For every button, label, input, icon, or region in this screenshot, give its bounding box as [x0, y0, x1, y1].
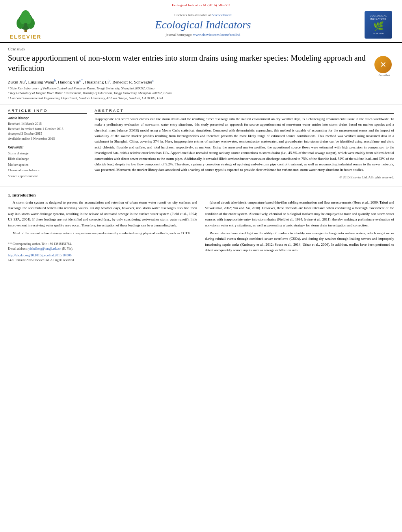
keyword-1: Storm drainage: [8, 150, 87, 156]
elsevier-wordmark: ELSEVIER: [10, 34, 41, 40]
keyword-5: Source apportionment: [8, 173, 87, 179]
body-left-text: A storm drain system is designed to prev…: [8, 200, 197, 236]
footnote-email-link[interactable]: yinhailong@tongji.edu.cn: [28, 247, 61, 250]
article-info-header: ARTICLE INFO: [8, 108, 87, 114]
accepted-date: Accepted 3 October 2015: [8, 131, 87, 136]
crossmark-label: CrossMark: [374, 74, 394, 76]
eco-badge-bottom-text: ELSEVIER: [373, 32, 384, 35]
copyright-line: © 2015 Elsevier Ltd. All rights reserved…: [95, 175, 394, 179]
doi-line: http://dx.doi.org/10.1016/j.ecolind.2015…: [8, 253, 197, 258]
author-4: Huaizheng Lib: [85, 80, 110, 84]
contents-list-label: Contents lists available at ScienceDirec…: [43, 13, 363, 17]
authors-line: Zuxin Xua, Lingling Wangb, Hailong Yina,…: [8, 79, 394, 84]
body-left-column: A storm drain system is designed to prev…: [8, 200, 197, 263]
body-right-column: (closed circuit television), temperature…: [205, 200, 394, 263]
article-info-column: ARTICLE INFO Article history: Received 1…: [8, 108, 87, 183]
article-title-row: Source apportionment of non-storm water …: [8, 53, 394, 76]
body-area: 1. Introduction A storm drain system is …: [0, 187, 402, 267]
affiliation-b: b Key Laboratory of Yangtze River Water …: [8, 91, 394, 96]
keyword-3: Marker species: [8, 162, 87, 167]
author-2: Lingling Wangb: [28, 80, 56, 84]
intro-para-4: Recent studies have shed light on the ut…: [205, 230, 394, 253]
keywords-label: Keywords:: [8, 145, 87, 149]
journal-header-main: ELSEVIER Contents lists available at Sci…: [8, 9, 394, 42]
revised-date: Received in revised form 1 October 2015: [8, 126, 87, 132]
journal-title-text: Ecological Indicators: [43, 19, 363, 31]
eco-indicator-badge: ECOLOGICALINDICATORS 🌿 ELSEVIER: [365, 11, 392, 39]
article-top: Case study Source apportionment of non-s…: [0, 43, 402, 104]
affiliation-a: a State Key Laboratory of Pollution Cont…: [8, 86, 394, 91]
body-two-col: A storm drain system is designed to prev…: [8, 200, 394, 263]
article-title: Source apportionment of non-storm water …: [8, 53, 374, 73]
body-right-text: (closed circuit television), temperature…: [205, 200, 394, 253]
page-wrapper: Ecological Indicators 61 (2016) 546–557 …: [0, 0, 402, 267]
intro-para-3: (closed circuit television), temperature…: [205, 200, 394, 228]
affiliation-c: c Civil and Environmental Engineering De…: [8, 96, 394, 101]
elsevier-logo: ELSEVIER: [8, 9, 43, 40]
footnote-email: E-mail address: yinhailong@tongji.edu.cn…: [8, 247, 197, 251]
crossmark-icon: ✕: [374, 56, 392, 73]
section-1-heading: 1. Introduction: [8, 193, 394, 197]
journal-title-center: Contents lists available at ScienceDirec…: [43, 13, 363, 37]
abstract-text: Inappropriate non-storm water entries in…: [95, 116, 394, 173]
footnote-corresponding: * * Corresponding author. Tel.: +86 1381…: [8, 242, 197, 247]
article-info-abstract-section: ARTICLE INFO Article history: Received 1…: [0, 104, 402, 187]
article-history-label: Article history:: [8, 116, 87, 120]
svg-point-6: [25, 15, 32, 24]
received-date: Received 14 March 2015: [8, 121, 87, 126]
journal-logo-right: ECOLOGICALINDICATORS 🌿 ELSEVIER: [363, 11, 394, 39]
journal-homepage: journal homepage: www.elsevier.com/locat…: [43, 33, 363, 37]
eco-badge-icon: 🌿: [373, 21, 384, 32]
online-date: Available online 6 November 2015: [8, 136, 87, 141]
abstract-column: ABSTRACT Inappropriate non-storm water e…: [95, 108, 394, 183]
journal-header: Ecological Indicators 61 (2016) 546–557 …: [0, 0, 402, 43]
author-5: Benedict R. Schweglerc: [112, 80, 154, 84]
keyword-2: Illicit discharge: [8, 156, 87, 161]
footnote-star-icon: *: [8, 242, 9, 246]
abstract-header: ABSTRACT: [95, 108, 394, 114]
keywords-section: Keywords: Storm drainage Illicit dischar…: [8, 145, 87, 179]
intro-para-2: Most of the current urban drainage netwo…: [8, 230, 197, 236]
article-history-section: Article history: Received 14 March 2015 …: [8, 116, 87, 141]
keywords-list: Storm drainage Illicit discharge Marker …: [8, 150, 87, 179]
elsevier-tree-icon: [12, 9, 39, 33]
sciencedirect-link[interactable]: ScienceDirect: [212, 13, 231, 17]
journal-ref: Ecological Indicators 61 (2016) 546–557: [8, 3, 394, 7]
author-3: Hailong Yina,*: [58, 80, 83, 84]
issn-line: 1470-160X/© 2015 Elsevier Ltd. All right…: [8, 258, 197, 263]
eco-badge-top-text: ECOLOGICALINDICATORS: [370, 15, 387, 21]
article-type-label: Case study: [8, 47, 394, 51]
author-1: Zuxin Xua: [8, 80, 26, 84]
crossmark-logo: ✕ CrossMark: [374, 56, 394, 76]
intro-para-1: A storm drain system is designed to prev…: [8, 200, 197, 228]
keyword-4: Chemical mass balance: [8, 167, 87, 173]
svg-point-5: [20, 15, 26, 24]
footnote-area: * * Corresponding author. Tel.: +86 1381…: [8, 240, 197, 263]
homepage-link[interactable]: www.elsevier.com/locate/ecolind: [193, 33, 240, 37]
affiliations: a State Key Laboratory of Pollution Cont…: [8, 86, 394, 104]
